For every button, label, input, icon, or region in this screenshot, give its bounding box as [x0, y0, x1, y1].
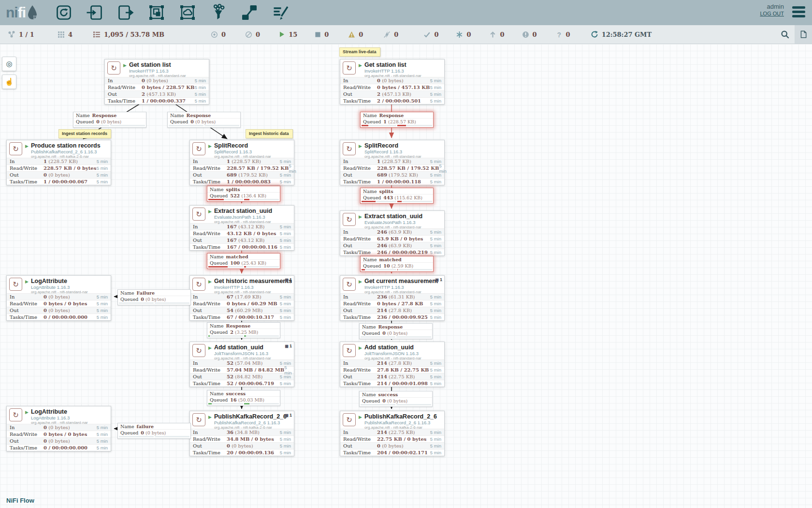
processor-node[interactable]: ↻ ▶ Get station list InvokeHTTP 1.16.3 o… — [340, 59, 445, 105]
processor-type: SplitRecord 1.16.3 — [214, 149, 271, 154]
connection-queue-label[interactable]: NameResponse Queued0 (0 bytes) — [73, 112, 146, 128]
processor-node[interactable]: ↻ ▶ Add station_uuid JoltTransformJSON 1… — [189, 342, 294, 387]
processor-node[interactable]: ↻ ▶ Extract station_uuid EvaluateJsonPat… — [340, 210, 445, 256]
queue-progress-bar — [118, 435, 190, 438]
running-state-icon: ▶ — [123, 63, 127, 68]
connection-queue-label[interactable]: Namesuccess Queued16 (50.03 MB) — [207, 390, 280, 406]
relationship-name: Failure — [137, 290, 155, 296]
breadcrumb[interactable]: NiFi Flow — [6, 497, 34, 504]
relationship-name: splits — [226, 187, 240, 192]
stat-window: 5 min — [430, 229, 441, 235]
stat-window: 5 min — [280, 301, 291, 306]
bulletin-sheet-button[interactable] — [795, 25, 812, 44]
stat-row-tasks: Tasks/Time 214 / 00:00:01.098 5 min — [340, 380, 444, 387]
birdseye-button[interactable]: ◎ — [2, 57, 16, 71]
stat-row-tasks: Tasks/Time 1 / 00:00:00.067 5 min — [7, 178, 111, 185]
stat-row-in: In 52 (57.04 MB) 5 min — [190, 359, 294, 366]
canvas-label[interactable]: Stream live-data — [339, 47, 380, 57]
processor-type-icon: ↻ — [9, 278, 22, 291]
processor-title: Extract station_uuid — [214, 208, 272, 214]
connection-queue-label[interactable]: Namefailure Queued0 (0 bytes) — [117, 423, 191, 439]
connection-queue-label[interactable]: NameResponse Queued2 (3.25 MB) — [207, 322, 280, 338]
hand-button[interactable]: ☝ — [2, 75, 16, 89]
stat-window: 5 min — [430, 179, 441, 184]
input-port-icon[interactable] — [86, 3, 104, 22]
stat-row-in: In 1 (228.57 KB) 5 min — [190, 158, 294, 164]
processor-node[interactable]: ↻ ▶ Get station list InvokeHTTP 1.16.3 o… — [104, 59, 209, 105]
processor-type-icon: ↻ — [192, 344, 205, 357]
stat-row-tasks: Tasks/Time 52 / 00:00:06.719 5 min — [190, 380, 294, 387]
processor-node[interactable]: ↻ ▶ PublishKafkaRecord_2_6 PublishKafkaR… — [340, 411, 445, 456]
output-port-icon[interactable] — [116, 3, 135, 22]
running-state-icon: ▶ — [359, 144, 362, 149]
stat-window: 5 min — [430, 301, 441, 306]
processor-node[interactable]: ↻ ▶ SplitRecord SplitRecord 1.16.3 org.a… — [340, 140, 445, 185]
processor-node[interactable]: ↻ ▶ Add station_uuid JoltTransformJSON 1… — [340, 342, 445, 387]
active-threads-badge: ▦1 — [285, 344, 292, 348]
stat-row-read-write: Read/Write 0 bytes / 60.29 MB 5 min — [190, 300, 294, 307]
not-transmitting-icon — [245, 31, 252, 38]
processor-bundle: org.apache.nifi - nifi-standard-nar — [31, 420, 88, 425]
connection-queue-label[interactable]: Namesplits Queued522 (136.4 KB) — [207, 186, 280, 202]
stat-window: 5 min — [280, 238, 291, 243]
remote-process-group-icon[interactable] — [178, 3, 197, 22]
connection-queue-label[interactable]: NameFailure Queued0 (0 bytes) — [117, 289, 191, 305]
processor-type-icon: ↻ — [9, 408, 22, 421]
processor-title: Get historic measurements — [214, 278, 292, 284]
queue-progress-bar — [361, 124, 433, 127]
stat-window: 5 min — [430, 450, 441, 455]
processor-node[interactable]: ↻ ▶ Produce station records PublishKafka… — [6, 140, 111, 185]
connection-queue-label[interactable]: NameResponse Queued0 (0 bytes) — [359, 323, 433, 339]
droplet-icon — [27, 4, 38, 21]
app-header: nifi — [0, 0, 812, 25]
search-icon — [781, 30, 789, 39]
label-icon[interactable] — [271, 3, 290, 22]
stat-row-out: Out 0 (0 bytes) 5 min — [7, 307, 111, 314]
connection-queue-label[interactable]: NameResponse Queued0 (0 bytes) — [167, 112, 241, 128]
processor-node[interactable]: ↻ ▶ Extract station_uuid EvaluateJsonPat… — [189, 205, 294, 251]
flow-status-bar: 1 / 1 4 1,095 / 53.78 MB 0 0 15 0 0 0 0 … — [0, 25, 812, 44]
flow-canvas[interactable]: ◎ ☝ NiFi Flow ↻ ▶ Get station list Invok… — [0, 44, 812, 508]
processor-node[interactable]: ↻ ▶ LogAttribute LogAttribute 1.16.3 org… — [6, 406, 111, 451]
stat-row-read-write: Read/Write 63.9 KB / 0 bytes 5 min — [340, 235, 444, 242]
connection-queue-label[interactable]: Namematched Queued100 (25.43 KB) — [207, 253, 280, 269]
svg-text:?: ? — [557, 31, 561, 38]
processor-node[interactable]: ↻ ▶ PublishKafkaRecord_2_6 PublishKafkaR… — [189, 411, 294, 456]
stat-row-tasks: Tasks/Time 0 / 00:00:00.000 5 min — [7, 444, 111, 451]
refresh-status[interactable]: 12:58:27 GMT — [591, 30, 652, 38]
stat-window: 5 min — [280, 179, 291, 184]
relationship-name: matched — [379, 257, 402, 262]
connection-queue-label[interactable]: Namematched Queued10 (2.59 KB) — [360, 256, 434, 272]
processor-type-icon: ↻ — [107, 61, 120, 75]
template-icon[interactable] — [240, 3, 259, 22]
running-state-icon: ▶ — [359, 63, 362, 68]
stat-window: 5 min — [97, 294, 108, 299]
birdseye-icon: ◎ — [6, 60, 12, 68]
processor-type: JoltTransformJSON 1.16.3 — [214, 351, 271, 356]
processor-node[interactable]: ↻ ▶ SplitRecord SplitRecord 1.16.3 org.a… — [189, 140, 294, 185]
queue-progress-bar — [360, 403, 432, 406]
stat-row-read-write: Read/Write 0 bytes / 228.57 KB 5 min — [105, 84, 209, 90]
stat-row-read-write: Read/Write 0 bytes / 27.8 KB 5 min — [340, 300, 444, 307]
search-button[interactable] — [775, 25, 795, 44]
canvas-label[interactable]: Ingest station records — [58, 129, 111, 138]
connection-queue-label[interactable]: Namesuccess Queued0 (0 bytes) — [359, 391, 433, 407]
stat-window: 5 min — [97, 425, 108, 430]
processor-icon[interactable] — [55, 3, 73, 22]
processor-node[interactable]: ↻ ▶ Get current measurement InvokeHTTP 1… — [340, 275, 445, 321]
funnel-icon[interactable] — [209, 3, 228, 22]
global-menu-button[interactable] — [792, 6, 805, 19]
stat-window: 5 min — [280, 374, 291, 379]
processor-node[interactable]: ↻ ▶ Get historic measurements InvokeHTTP… — [189, 275, 294, 321]
connection-queue-label[interactable]: Namesplits Queued443 (115.62 KB) — [360, 188, 434, 204]
logout-link[interactable]: LOG OUT — [760, 10, 784, 17]
relationship-name: Response — [92, 113, 117, 118]
processor-node[interactable]: ↻ ▶ LogAttribute LogAttribute 1.16.3 org… — [6, 275, 111, 321]
relationship-name: matched — [226, 254, 248, 259]
process-group-icon[interactable] — [147, 3, 166, 22]
running-state-icon: ▶ — [208, 415, 212, 419]
canvas-label[interactable]: Ingest historic data — [246, 129, 293, 138]
queue-progress-bar — [207, 335, 280, 338]
connection-queue-label[interactable]: NameResponse Queued1 (228.57 KB) — [360, 112, 434, 128]
stat-row-tasks: Tasks/Time 2 / 00:00:00.501 5 min — [340, 97, 444, 104]
